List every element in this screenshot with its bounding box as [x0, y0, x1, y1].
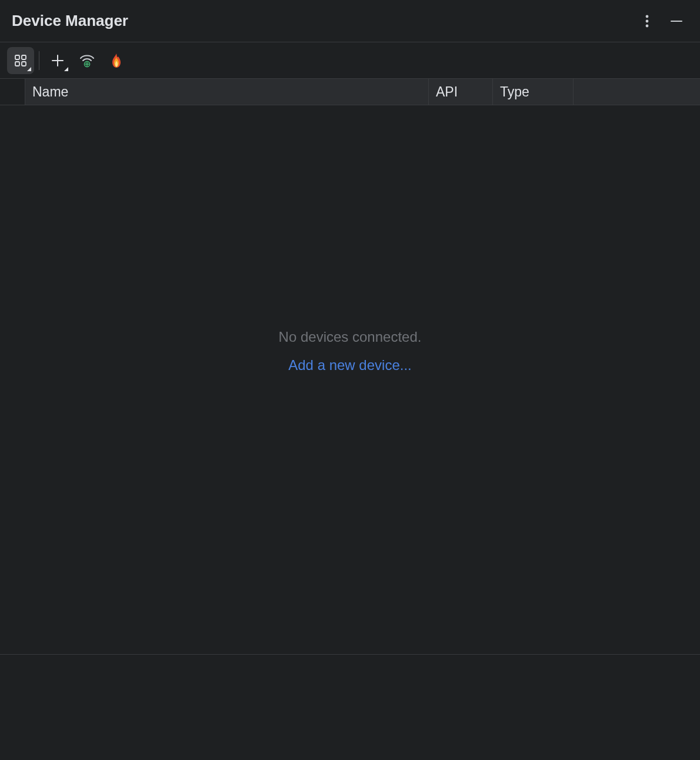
plus-icon — [51, 54, 65, 68]
toolbar — [0, 42, 700, 79]
minimize-button[interactable] — [665, 9, 688, 33]
layout-grid-icon — [14, 54, 28, 68]
minimize-icon — [670, 15, 683, 28]
panel-header: Device Manager — [0, 0, 700, 42]
table-header-checkbox — [0, 79, 25, 105]
flame-icon — [109, 53, 124, 68]
add-device-link[interactable]: Add a new device... — [288, 357, 411, 374]
pair-wifi-button[interactable] — [74, 47, 101, 74]
more-options-button[interactable] — [635, 9, 659, 33]
empty-state-message: No devices connected. — [279, 329, 422, 345]
wifi-add-icon — [79, 52, 95, 69]
more-vertical-icon — [645, 14, 649, 28]
svg-point-1 — [646, 19, 649, 22]
dropdown-corner-icon — [64, 67, 68, 71]
table-header-api[interactable]: API — [429, 79, 493, 105]
device-layout-button[interactable] — [7, 47, 34, 74]
add-device-button[interactable] — [44, 47, 71, 74]
panel-title: Device Manager — [12, 12, 128, 30]
table-header-name[interactable]: Name — [25, 79, 429, 105]
svg-rect-6 — [15, 62, 19, 66]
dropdown-corner-icon — [27, 67, 31, 71]
svg-point-2 — [646, 24, 649, 27]
panel-footer — [0, 655, 700, 760]
svg-rect-5 — [22, 55, 26, 59]
table-header-type[interactable]: Type — [493, 79, 574, 105]
firebase-button[interactable] — [103, 47, 130, 74]
table-header-row: Name API Type — [0, 79, 700, 105]
toolbar-separator — [39, 51, 39, 70]
device-table-body: No devices connected. Add a new device..… — [0, 105, 700, 655]
svg-point-0 — [646, 15, 649, 18]
table-header-actions — [574, 79, 700, 105]
svg-rect-7 — [22, 62, 26, 66]
svg-rect-4 — [15, 55, 19, 59]
header-actions — [635, 9, 688, 33]
